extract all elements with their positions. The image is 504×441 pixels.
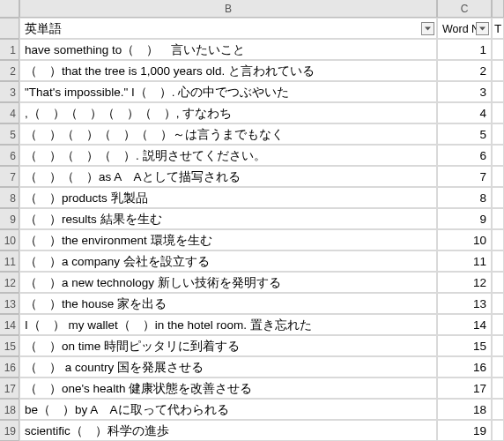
- row-header[interactable]: 8: [0, 187, 19, 208]
- row-header[interactable]: 17: [0, 377, 19, 399]
- cell-word[interactable]: （ ）（ ）as A Aとして描写される: [19, 166, 437, 187]
- row-header[interactable]: 9: [0, 208, 19, 229]
- cell-t[interactable]: [492, 293, 504, 314]
- filter-dropdown-wordno[interactable]: [476, 22, 489, 35]
- cell-wordno[interactable]: 7: [437, 166, 492, 187]
- row-header[interactable]: 1: [0, 39, 19, 60]
- cell-wordno[interactable]: 5: [437, 123, 492, 145]
- cell-wordno[interactable]: 6: [437, 145, 492, 166]
- cell-word[interactable]: （ ）results 結果を生む: [19, 208, 437, 229]
- header-cell-wordno[interactable]: Word No: [437, 18, 492, 39]
- cell-wordno[interactable]: 1: [437, 39, 492, 60]
- cell-t[interactable]: [492, 60, 504, 81]
- row-header[interactable]: 11: [0, 250, 19, 272]
- row-header[interactable]: 13: [0, 293, 19, 314]
- cell-t[interactable]: [492, 420, 504, 441]
- cell-t[interactable]: [492, 187, 504, 208]
- row-header[interactable]: 2: [0, 60, 19, 81]
- cell-wordno[interactable]: 8: [437, 187, 492, 208]
- header-cell-t[interactable]: T: [492, 18, 504, 39]
- cell-word[interactable]: （ ）one's health 健康状態を改善させる: [19, 377, 437, 399]
- cell-word[interactable]: （ ）the house 家を出る: [19, 293, 437, 314]
- cell-t[interactable]: [492, 123, 504, 145]
- row-header[interactable]: 15: [0, 335, 19, 356]
- cell-t[interactable]: [492, 145, 504, 166]
- column-header-d[interactable]: [492, 0, 504, 18]
- cell-wordno[interactable]: 10: [437, 229, 492, 250]
- row-header[interactable]: 4: [0, 102, 19, 123]
- cell-wordno[interactable]: 9: [437, 208, 492, 229]
- header-cell-word[interactable]: 英単語: [19, 18, 437, 39]
- cell-word[interactable]: （ ）（ ）（ ）（ ）～は言うまでもなく: [19, 123, 437, 145]
- column-header-b[interactable]: B: [19, 0, 437, 18]
- cell-t[interactable]: [492, 102, 504, 123]
- cell-word[interactable]: （ ）a company 会社を設立する: [19, 250, 437, 272]
- cell-word[interactable]: have something to（ ） 言いたいこと: [19, 39, 437, 60]
- cell-wordno[interactable]: 19: [437, 420, 492, 441]
- cell-word[interactable]: （ ）that the tree is 1,000 years old. と言わ…: [19, 60, 437, 81]
- cell-wordno[interactable]: 17: [437, 377, 492, 399]
- column-header-c[interactable]: C: [437, 0, 492, 18]
- cell-word[interactable]: （ ）the environment 環境を生む: [19, 229, 437, 250]
- cell-t[interactable]: [492, 39, 504, 60]
- cell-t[interactable]: [492, 335, 504, 356]
- row-header-filter[interactable]: [0, 18, 19, 39]
- cell-wordno[interactable]: 15: [437, 335, 492, 356]
- row-header[interactable]: 10: [0, 229, 19, 250]
- cell-t[interactable]: [492, 229, 504, 250]
- cell-word[interactable]: ,（ ）（ ）（ ）（ ）, すなわち: [19, 102, 437, 123]
- cell-wordno[interactable]: 16: [437, 356, 492, 377]
- select-all-corner[interactable]: [0, 0, 19, 18]
- row-header[interactable]: 16: [0, 356, 19, 377]
- cell-wordno[interactable]: 2: [437, 60, 492, 81]
- row-header[interactable]: 6: [0, 145, 19, 166]
- cell-wordno[interactable]: 4: [437, 102, 492, 123]
- cell-t[interactable]: [492, 356, 504, 377]
- filter-dropdown-word[interactable]: [421, 22, 434, 35]
- header-label-word: 英単語: [25, 22, 62, 35]
- cell-word[interactable]: （ ）products 乳製品: [19, 187, 437, 208]
- cell-word[interactable]: scientific（ ）科学の進歩: [19, 420, 437, 441]
- cell-t[interactable]: [492, 208, 504, 229]
- cell-wordno[interactable]: 18: [437, 399, 492, 420]
- cell-t[interactable]: [492, 272, 504, 293]
- cell-word[interactable]: （ ）on time 時間ピッタリに到着する: [19, 335, 437, 356]
- header-label-t: T: [494, 22, 501, 35]
- cell-t[interactable]: [492, 250, 504, 272]
- row-header[interactable]: 7: [0, 166, 19, 187]
- row-header[interactable]: 18: [0, 399, 19, 420]
- cell-wordno[interactable]: 11: [437, 250, 492, 272]
- cell-word[interactable]: I（ ） my wallet（ ）in the hotel room. 置き忘れ…: [19, 314, 437, 335]
- row-header[interactable]: 12: [0, 272, 19, 293]
- cell-wordno[interactable]: 14: [437, 314, 492, 335]
- row-header[interactable]: 14: [0, 314, 19, 335]
- row-header[interactable]: 5: [0, 123, 19, 145]
- cell-t[interactable]: [492, 377, 504, 399]
- cell-wordno[interactable]: 3: [437, 81, 492, 102]
- cell-t[interactable]: [492, 81, 504, 102]
- cell-t[interactable]: [492, 399, 504, 420]
- cell-t[interactable]: [492, 314, 504, 335]
- cell-word[interactable]: be（ ）by A Aに取って代わられる: [19, 399, 437, 420]
- cell-t[interactable]: [492, 166, 504, 187]
- cell-word[interactable]: （ ） a country 国を発展させる: [19, 356, 437, 377]
- cell-word[interactable]: （ ）a new technology 新しい技術を発明する: [19, 272, 437, 293]
- row-header[interactable]: 3: [0, 81, 19, 102]
- cell-wordno[interactable]: 13: [437, 293, 492, 314]
- cell-word[interactable]: "That's impossible." I（ ）. 心の中でつぶやいた: [19, 81, 437, 102]
- cell-word[interactable]: （ ）（ ）（ ）. 説明させてください。: [19, 145, 437, 166]
- cell-wordno[interactable]: 12: [437, 272, 492, 293]
- row-header[interactable]: 19: [0, 420, 19, 441]
